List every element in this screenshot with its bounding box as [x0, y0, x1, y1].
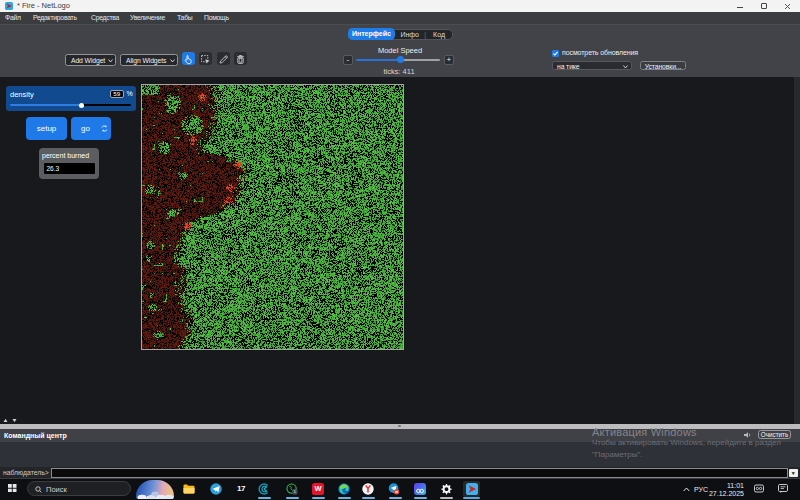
svg-text:1: 1 — [294, 490, 296, 494]
